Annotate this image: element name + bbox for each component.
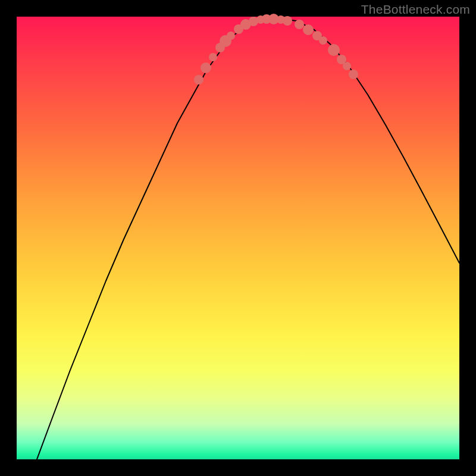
curve-marker: [319, 36, 327, 45]
curve-marker: [349, 70, 358, 79]
curve-marker: [194, 75, 203, 84]
curve-marker: [343, 62, 351, 70]
curve-markers-group: [194, 14, 358, 84]
curve-marker: [201, 62, 211, 73]
chart-svg: [17, 17, 459, 459]
curve-marker: [295, 20, 304, 29]
curve-marker: [227, 32, 235, 40]
bottleneck-curve: [37, 19, 459, 459]
curve-marker: [303, 24, 314, 35]
curve-marker: [328, 44, 340, 56]
curve-marker: [283, 16, 292, 26]
chart-frame: [17, 17, 459, 459]
watermark-text: TheBottleneck.com: [361, 2, 470, 17]
curve-marker: [209, 53, 217, 61]
